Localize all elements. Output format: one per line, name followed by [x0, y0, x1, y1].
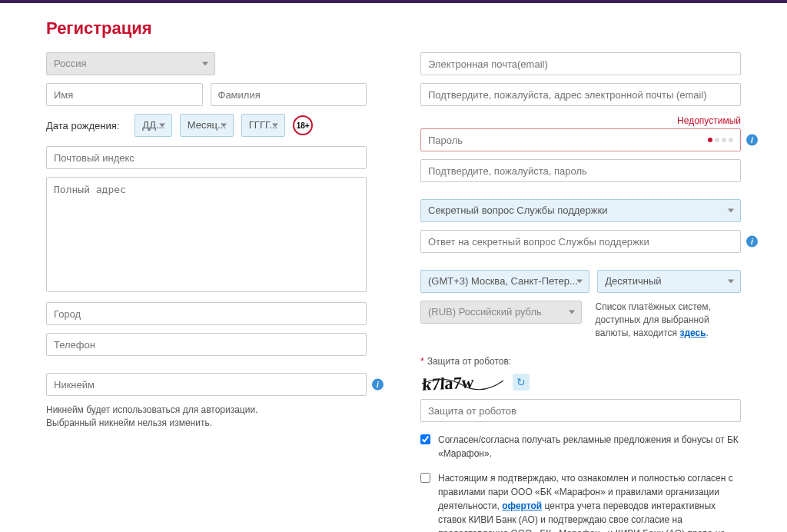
captcha-refresh-icon[interactable]: ↻ [513, 374, 530, 391]
chevron-down-icon [202, 62, 208, 66]
captcha-label: Защита от роботов: [420, 356, 741, 367]
password-error: Недопустимый [420, 115, 741, 126]
promo-consent-row[interactable]: Согласен/согласна получать рекламные пре… [420, 433, 741, 461]
dob-month-select[interactable]: Месяц... [180, 114, 234, 137]
chevron-down-icon [576, 280, 583, 284]
svg-text:k7la7w: k7la7w [422, 373, 474, 395]
currency-value: (RUB) Российский рубль [428, 306, 542, 318]
dob-day-select[interactable]: ДД... [134, 114, 171, 137]
dob-year-select[interactable]: ГГГГ... [241, 114, 285, 137]
right-column: Недопустимый i Секретный вопрос Службы п… [420, 52, 741, 532]
terms-consent-label: Настоящим я подтверждаю, что ознакомлен … [438, 471, 741, 532]
city-input[interactable] [46, 302, 367, 325]
password-input[interactable] [420, 128, 741, 151]
captcha-input[interactable] [420, 399, 741, 422]
email-input[interactable] [420, 52, 741, 75]
info-icon[interactable]: i [372, 379, 384, 391]
terms-consent-row[interactable]: Настоящим я подтверждаю, что ознакомлен … [420, 471, 741, 532]
password-confirm-input[interactable] [420, 159, 741, 182]
secret-question-value: Секретный вопрос Службы поддержки [428, 204, 607, 217]
timezone-select[interactable]: (GMT+3) Москва, Санкт-Петер... [420, 270, 589, 293]
page-title: Регистрация [46, 18, 741, 38]
secret-answer-input[interactable] [420, 230, 741, 253]
captcha-image: k7la7w [420, 370, 505, 394]
offer-link[interactable]: офертой [502, 500, 542, 511]
info-icon[interactable]: i [746, 236, 758, 248]
nickname-hint: Никнейм будет использоваться для авториз… [46, 404, 367, 430]
promo-consent-checkbox[interactable] [420, 434, 430, 444]
country-select-value: Россия [54, 58, 87, 70]
last-name-input[interactable] [211, 83, 367, 106]
chevron-down-icon [221, 124, 227, 128]
nickname-input[interactable] [46, 373, 367, 396]
promo-consent-label: Согласен/согласна получать рекламные пре… [438, 433, 741, 461]
country-select[interactable]: Россия [46, 52, 215, 75]
left-column: Россия Дата рождения: ДД... Месяц... [46, 52, 367, 532]
currency-select[interactable]: (RUB) Российский рубль [420, 301, 582, 324]
secret-question-select[interactable]: Секретный вопрос Службы поддержки [420, 199, 741, 222]
chevron-down-icon [728, 209, 734, 213]
timezone-value: (GMT+3) Москва, Санкт-Петер... [428, 275, 578, 288]
chevron-down-icon [728, 280, 734, 284]
chevron-down-icon [569, 311, 575, 314]
odds-format-select[interactable]: Десятичный [597, 270, 741, 293]
postal-code-input[interactable] [46, 146, 367, 169]
dob-label: Дата рождения: [46, 120, 119, 131]
chevron-down-icon [272, 124, 278, 128]
info-icon[interactable]: i [746, 135, 758, 146]
phone-input[interactable] [46, 333, 367, 356]
currency-note: Список платёжных систем, доступных для в… [596, 301, 742, 339]
full-address-input[interactable] [46, 177, 367, 292]
first-name-input[interactable] [46, 83, 203, 106]
password-strength-icon [708, 138, 733, 142]
odds-format-value: Десятичный [605, 275, 661, 288]
terms-consent-checkbox[interactable] [420, 473, 430, 483]
payment-systems-link[interactable]: здесь [679, 328, 706, 338]
email-confirm-input[interactable] [420, 83, 741, 106]
chevron-down-icon [159, 124, 165, 128]
age-18-badge: 18+ [293, 115, 313, 135]
